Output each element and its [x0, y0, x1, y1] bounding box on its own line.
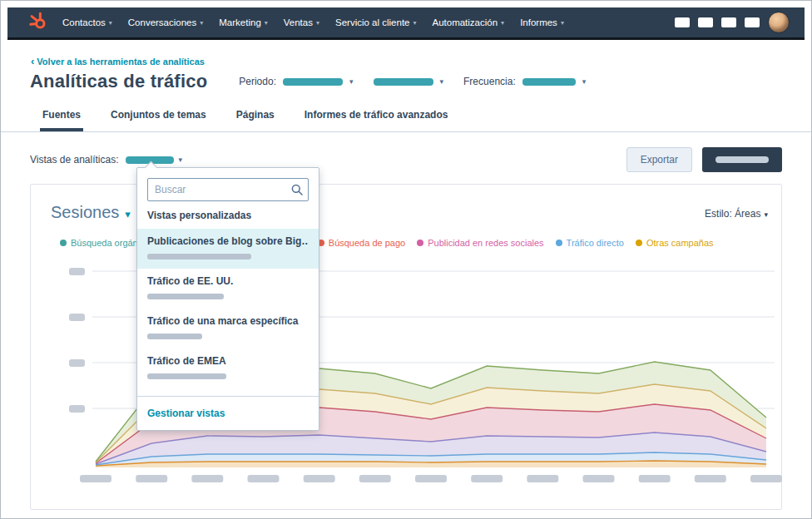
back-link-label: Volver a las herramientas de analíticas [37, 57, 205, 67]
chevron-down-icon[interactable]: ▾ [582, 77, 587, 86]
navbar-icon-redacted[interactable] [745, 17, 760, 27]
nav-servicio-al-cliente[interactable]: Servicio al cliente▾ [335, 17, 417, 27]
legend-dot [417, 240, 423, 246]
view-title: Tráfico de una marca específica [147, 315, 309, 327]
chevron-down-icon: ▾ [501, 19, 504, 27]
chevron-down-icon[interactable]: ▾ [179, 156, 183, 164]
user-avatar[interactable] [768, 12, 790, 33]
analytics-views-dropdown: Vistas personalizadas Publicaciones de b… [136, 167, 319, 431]
redacted-view-subtitle [147, 334, 202, 339]
page-title: Analíticas de tráfico [30, 71, 207, 92]
view-title: Publicaciones de blog sobre Big… [147, 235, 309, 247]
nav-contactos[interactable]: Contactos▾ [62, 17, 112, 27]
chevron-left-icon: ‹ [31, 55, 34, 67]
redacted-view-subtitle [147, 254, 251, 260]
legend-item-publicidad-redes[interactable]: Publicidad en redes sociales [417, 238, 543, 248]
legend-dot [60, 240, 67, 246]
frequency-select[interactable] [522, 78, 576, 86]
style-label: Estilo: [705, 208, 732, 220]
redacted-view-subtitle [147, 373, 226, 379]
chevron-down-icon[interactable]: ▾ [440, 77, 444, 86]
tabs-bar: Fuentes Conjuntos de temas Páginas Infor… [1, 109, 811, 132]
legend-label: Publicidad en redes sociales [428, 238, 543, 248]
legend-label: Tráfico directo [567, 238, 624, 248]
chevron-down-icon: ▾ [200, 19, 203, 27]
hubspot-logo-icon[interactable] [27, 12, 49, 33]
main-nav: Contactos▾ Conversaciones▾ Marketing▾ Ve… [62, 17, 564, 27]
nav-informes[interactable]: Informes▾ [520, 17, 564, 27]
chevron-down-icon[interactable]: ▾ [349, 77, 354, 86]
page-header: Analíticas de tráfico Periodo: ▾ ▾ Frecu… [30, 71, 811, 92]
view-item-marca-especifica[interactable]: Tráfico de una marca específica [137, 309, 319, 348]
chevron-down-icon: ▾ [764, 210, 768, 219]
legend-item-busqueda-de-pago[interactable]: Búsqueda de pago [318, 238, 405, 248]
tab-informes-avanzados[interactable]: Informes de tráfico avanzados [304, 109, 448, 131]
back-link[interactable]: ‹Volver a las herramientas de analíticas [31, 55, 811, 67]
period-start-select[interactable] [283, 78, 343, 86]
view-item-trafico-eeuu[interactable]: Tráfico de EE. UU. [137, 269, 319, 309]
navbar-icon-redacted[interactable] [675, 17, 690, 27]
chevron-down-icon: ▾ [265, 19, 268, 27]
view-item-trafico-emea[interactable]: Tráfico de EMEA [137, 348, 319, 388]
tab-conjuntos-de-temas[interactable]: Conjuntos de temas [111, 109, 206, 131]
nav-conversaciones[interactable]: Conversaciones▾ [128, 17, 203, 27]
manage-views-link[interactable]: Gestionar vistas [137, 396, 319, 430]
period-label: Periodo: [239, 76, 276, 87]
navbar-icon-redacted[interactable] [721, 17, 736, 27]
nav-marketing[interactable]: Marketing▾ [219, 17, 268, 27]
legend-label: Búsqueda de pago [329, 238, 405, 248]
app-window: Contactos▾ Conversaciones▾ Marketing▾ Ve… [0, 0, 812, 519]
nav-automatizacion[interactable]: Automatización▾ [432, 17, 504, 27]
navbar-icon-redacted[interactable] [698, 17, 713, 27]
search-input[interactable] [147, 178, 309, 201]
view-list: Publicaciones de blog sobre Big… Tráfico… [137, 229, 319, 388]
chevron-down-icon: ▾ [125, 208, 131, 220]
frequency-label: Frecuencia: [463, 76, 516, 87]
chevron-down-icon: ▾ [413, 19, 416, 27]
chevron-down-icon: ▾ [561, 19, 564, 27]
legend-item-otras-campanas[interactable]: Otras campañas [636, 238, 714, 248]
tab-fuentes[interactable]: Fuentes [42, 109, 81, 131]
report-filters: Periodo: ▾ ▾ Frecuencia: ▾ [239, 76, 586, 87]
chevron-down-icon: ▾ [109, 19, 112, 27]
redacted-view-subtitle [147, 294, 224, 299]
style-value: Áreas [735, 208, 760, 220]
tab-paginas[interactable]: Páginas [236, 109, 275, 131]
legend-label: Otras campañas [646, 238, 714, 248]
legend-item-trafico-directo[interactable]: Tráfico directo [556, 238, 624, 248]
search-icon [290, 183, 304, 200]
primary-action-button[interactable] [702, 147, 782, 172]
style-picker[interactable]: Estilo: Áreas▾ [705, 208, 768, 220]
view-title: Tráfico de EMEA [147, 355, 309, 367]
export-button[interactable]: Exportar [626, 147, 692, 172]
navbar-divider [7, 37, 805, 40]
redacted-button-label [715, 156, 769, 163]
report-title: Sesiones [51, 203, 119, 221]
navbar-right-actions [675, 12, 790, 33]
analytics-views-label: Vistas de analíticas: [30, 154, 119, 166]
report-title-dropdown[interactable]: Sesiones▾ [51, 203, 131, 222]
view-title: Tráfico de EE. UU. [147, 275, 309, 287]
custom-views-header: Vistas personalizadas [147, 210, 309, 221]
top-navbar: Contactos▾ Conversaciones▾ Marketing▾ Ve… [7, 7, 805, 37]
period-end-select[interactable] [374, 78, 433, 86]
view-item-publicaciones-blog[interactable]: Publicaciones de blog sobre Big… [137, 229, 319, 269]
legend-dot [556, 240, 562, 246]
legend-dot [636, 240, 642, 246]
chevron-down-icon: ▾ [316, 19, 319, 27]
nav-ventas[interactable]: Ventas▾ [284, 17, 319, 27]
